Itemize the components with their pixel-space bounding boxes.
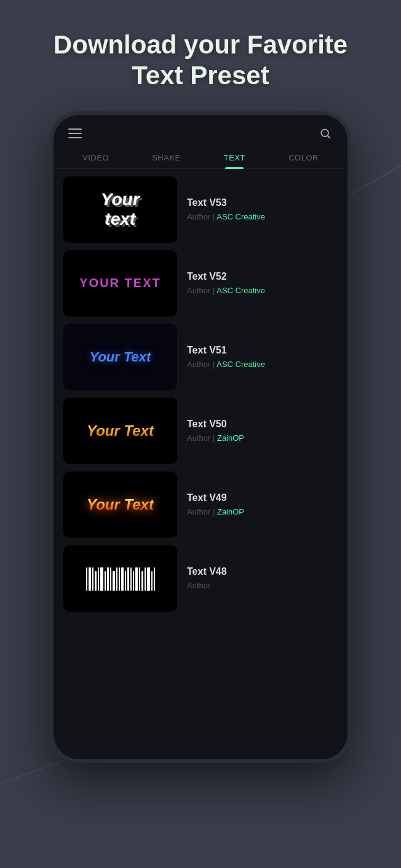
- preset-item-v49[interactable]: Your Text Text V49 Author | ZainOP: [63, 471, 338, 538]
- thumb-text-v53: Yourtext: [101, 190, 140, 229]
- preset-thumbnail-v51: Your Text: [63, 324, 177, 390]
- preset-thumbnail-v49: Your Text: [63, 471, 177, 538]
- preset-item-v50[interactable]: Your Text Text V50 Author | ZainOP: [63, 398, 338, 464]
- preset-thumbnail-v52: YOUR TEXT: [63, 250, 177, 317]
- preset-item-v52[interactable]: YOUR TEXT Text V52 Author | ASC Creative: [63, 250, 338, 317]
- preset-name-v52: Text V52: [187, 271, 338, 282]
- preset-info-v53: Text V53 Author | ASC Creative: [187, 197, 338, 221]
- preset-author-v50: Author | ZainOP: [187, 433, 338, 443]
- preset-info-v52: Text V52 Author | ASC Creative: [187, 271, 338, 295]
- tab-text[interactable]: TEXT: [216, 147, 253, 168]
- tab-shake[interactable]: SHAKE: [145, 147, 188, 168]
- preset-item-v53[interactable]: Yourtext Text V53 Author | ASC Creative: [63, 176, 338, 243]
- preset-name-v49: Text V49: [187, 492, 338, 503]
- page-wrapper: Download your Favorite Text Preset VIDEO: [0, 0, 401, 868]
- menu-icon[interactable]: [68, 128, 82, 138]
- thumb-text-v50: Your Text: [87, 422, 154, 440]
- preset-item-v48[interactable]: Text V48 Author: [63, 545, 338, 612]
- preset-name-v50: Text V50: [187, 419, 338, 430]
- preset-author-v51: Author | ASC Creative: [187, 360, 338, 369]
- preset-name-v51: Text V51: [187, 345, 338, 356]
- preset-item-v51[interactable]: Your Text Text V51 Author | ASC Creative: [63, 324, 338, 390]
- preset-info-v48: Text V48 Author: [187, 566, 338, 590]
- preset-info-v50: Text V50 Author | ZainOP: [187, 419, 338, 443]
- preset-info-v49: Text V49 Author | ZainOP: [187, 492, 338, 516]
- tab-color[interactable]: COLOR: [281, 147, 326, 168]
- search-button[interactable]: [318, 126, 333, 141]
- preset-author-v52: Author | ASC Creative: [187, 286, 338, 295]
- tab-video[interactable]: VIDEO: [75, 147, 116, 168]
- preset-thumbnail-v48: [63, 545, 177, 612]
- tab-bar: VIDEO SHAKE TEXT COLOR: [54, 147, 347, 169]
- preset-thumbnail-v53: Yourtext: [63, 176, 177, 243]
- preset-info-v51: Text V51 Author | ASC Creative: [187, 345, 338, 369]
- preset-name-v53: Text V53: [187, 197, 338, 208]
- barcode-visual: [86, 566, 155, 591]
- preset-author-v53: Author | ASC Creative: [187, 212, 338, 221]
- thumb-text-v49: Your Text: [87, 496, 154, 513]
- preset-name-v48: Text V48: [187, 566, 338, 577]
- preset-list: Yourtext Text V53 Author | ASC Creative …: [54, 169, 347, 759]
- thumb-text-v52: YOUR TEXT: [79, 276, 161, 290]
- preset-author-v48: Author: [187, 581, 338, 590]
- thumb-text-v51: Your Text: [90, 349, 151, 365]
- svg-line-1: [328, 136, 330, 138]
- phone-mockup: VIDEO SHAKE TEXT COLOR Yourtext Text V53: [50, 111, 351, 763]
- preset-thumbnail-v50: Your Text: [63, 398, 177, 464]
- preset-author-v49: Author | ZainOP: [187, 507, 338, 516]
- phone-top-bar: [54, 115, 347, 147]
